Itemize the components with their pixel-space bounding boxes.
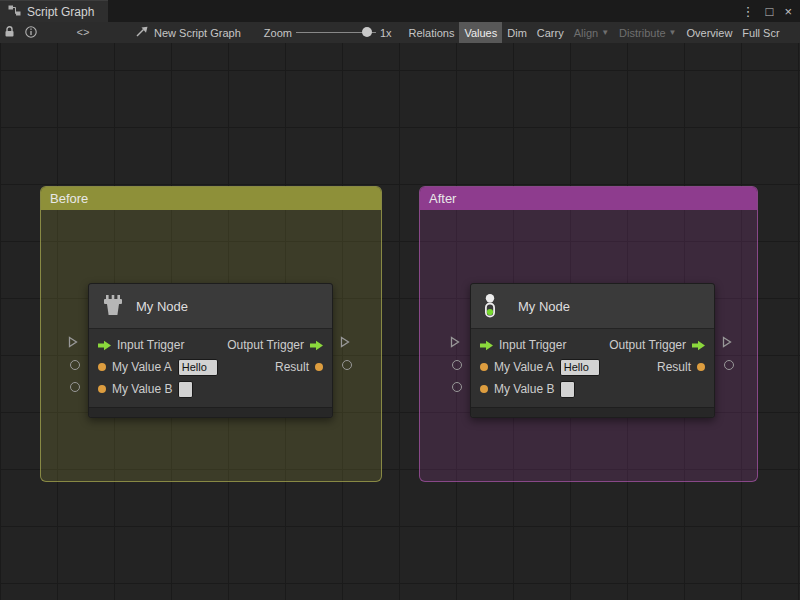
external-value-b-port[interactable] [70, 382, 80, 392]
dim-button[interactable]: Dim [502, 22, 532, 43]
circle-port-icon [452, 360, 462, 370]
code-icon: <> [76, 27, 89, 39]
value-a-input[interactable] [178, 359, 218, 376]
graph-toolbar: <> New Script Graph Zoom 1x Relations Va… [0, 22, 800, 44]
graph-name-label: New Script Graph [154, 27, 241, 39]
external-result-port[interactable] [342, 360, 352, 370]
distribute-button[interactable]: Distribute▼ [614, 22, 681, 43]
tab-script-graph[interactable]: Script Graph [0, 0, 108, 22]
graph-name-button[interactable]: New Script Graph [130, 22, 246, 43]
fullscreen-label: Full Scr [742, 27, 779, 39]
output-trigger-port[interactable]: Output Trigger [227, 338, 323, 352]
my-node-legacy-icon [100, 292, 126, 321]
external-input-trigger-port[interactable] [68, 336, 78, 348]
tab-title: Script Graph [27, 5, 94, 19]
trigger-row: Input Trigger Output Trigger [89, 334, 332, 356]
value-a-label: My Value A [112, 360, 172, 374]
value-port-icon [315, 363, 323, 371]
value-a-input[interactable] [560, 359, 600, 376]
overview-button[interactable]: Overview [681, 22, 737, 43]
info-button[interactable] [18, 22, 44, 43]
value-b-row: My Value B [471, 378, 714, 400]
trigger-row: Input Trigger Output Trigger [471, 334, 714, 356]
output-trigger-port[interactable]: Output Trigger [609, 338, 705, 352]
relations-button[interactable]: Relations [404, 22, 460, 43]
node-header[interactable]: My Node [471, 284, 714, 329]
circle-port-icon [342, 360, 352, 370]
value-b-input[interactable] [178, 381, 193, 398]
value-b-port[interactable]: My Value B [98, 381, 193, 398]
input-trigger-port[interactable]: Input Trigger [98, 338, 184, 352]
trigger-arrow-icon [692, 340, 705, 351]
external-input-trigger-port[interactable] [450, 336, 460, 348]
trigger-arrow-icon [310, 340, 323, 351]
external-value-b-port[interactable] [452, 382, 462, 392]
carry-button[interactable]: Carry [532, 22, 569, 43]
script-graph-tab-icon [8, 5, 21, 19]
values-label: Values [464, 27, 497, 39]
circle-port-icon [70, 382, 80, 392]
zoom-value: 1x [380, 27, 392, 39]
circle-port-icon [724, 360, 734, 370]
output-trigger-label: Output Trigger [609, 338, 686, 352]
graph-canvas[interactable]: Before After My Node [0, 43, 800, 600]
value-b-input[interactable] [560, 381, 575, 398]
value-a-port[interactable]: My Value A [98, 359, 218, 376]
external-output-trigger-port[interactable] [340, 336, 350, 348]
external-result-port[interactable] [724, 360, 734, 370]
node-my-node-before[interactable]: My Node Input Trigger Output Trigger [88, 283, 333, 418]
script-graph-window: Script Graph ⋮ □ × <> New Script Graph Z… [0, 0, 800, 600]
node-title: My Node [136, 299, 188, 314]
value-a-label: My Value A [494, 360, 554, 374]
node-wrap-before: My Node Input Trigger Output Trigger [88, 283, 333, 418]
output-trigger-label: Output Trigger [227, 338, 304, 352]
code-view-button[interactable]: <> [68, 22, 98, 43]
value-a-port[interactable]: My Value A [480, 359, 600, 376]
node-title: My Node [518, 299, 570, 314]
my-node-toggle-icon [482, 292, 508, 321]
group-after-title: After [429, 191, 456, 206]
zoom-slider[interactable] [296, 22, 376, 43]
node-footer [471, 407, 714, 417]
close-icon[interactable]: × [784, 5, 792, 18]
circle-port-icon [452, 382, 462, 392]
result-port[interactable]: Result [275, 360, 323, 374]
external-value-a-port[interactable] [70, 360, 80, 370]
fullscreen-button[interactable]: Full Scr [737, 22, 784, 43]
result-port[interactable]: Result [657, 360, 705, 374]
align-button[interactable]: Align▼ [569, 22, 614, 43]
kebab-menu-icon[interactable]: ⋮ [742, 5, 755, 18]
input-trigger-label: Input Trigger [117, 338, 184, 352]
value-port-icon [480, 363, 488, 371]
node-body: Input Trigger Output Trigger My Value A [89, 329, 332, 407]
value-port-icon [98, 363, 106, 371]
zoom-label: Zoom [264, 27, 292, 39]
node-footer [89, 407, 332, 417]
carry-label: Carry [537, 27, 564, 39]
lock-icon [4, 26, 15, 40]
align-label: Align [574, 27, 598, 39]
maximize-icon[interactable]: □ [766, 5, 774, 18]
group-after-header[interactable]: After [420, 187, 757, 210]
node-wrap-after: My Node Input Trigger Output Trigger [470, 283, 715, 418]
value-port-icon [697, 363, 705, 371]
value-b-label: My Value B [112, 382, 172, 396]
tab-bar: Script Graph ⋮ □ × [0, 0, 800, 22]
value-port-icon [480, 385, 488, 393]
external-value-a-port[interactable] [452, 360, 462, 370]
value-b-port[interactable]: My Value B [480, 381, 575, 398]
window-controls: ⋮ □ × [742, 0, 800, 22]
lock-button[interactable] [0, 22, 18, 43]
node-header[interactable]: My Node [89, 284, 332, 329]
input-trigger-port[interactable]: Input Trigger [480, 338, 566, 352]
info-icon [25, 26, 37, 40]
group-before-header[interactable]: Before [41, 187, 381, 210]
zoom-slider-handle[interactable] [362, 27, 372, 37]
relations-label: Relations [409, 27, 455, 39]
external-output-trigger-port[interactable] [722, 336, 732, 348]
result-label: Result [657, 360, 691, 374]
values-button[interactable]: Values [459, 22, 502, 43]
result-label: Result [275, 360, 309, 374]
node-my-node-after[interactable]: My Node Input Trigger Output Trigger [470, 283, 715, 418]
value-b-row: My Value B [89, 378, 332, 400]
